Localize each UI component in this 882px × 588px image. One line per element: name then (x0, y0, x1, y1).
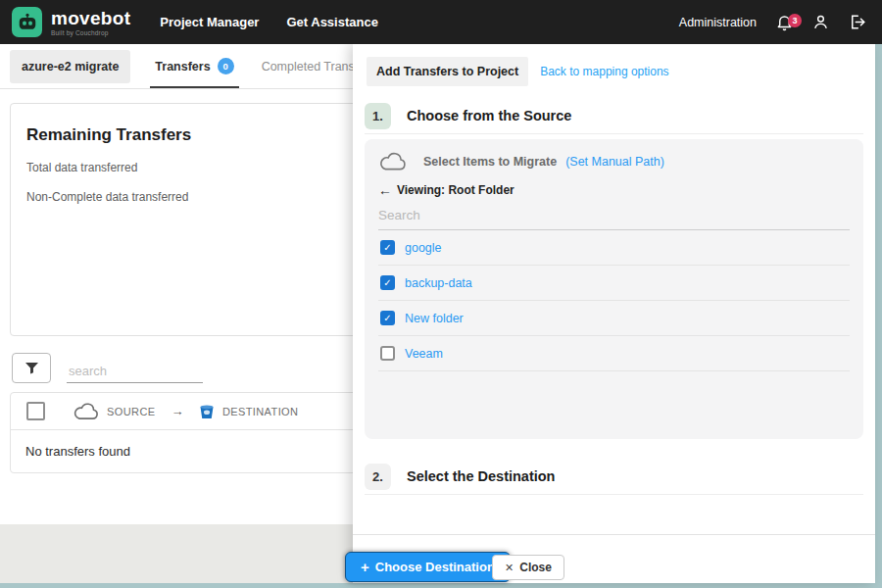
set-manual-path-link[interactable]: (Set Manual Path) (565, 155, 664, 169)
brand-name: movebot (51, 9, 130, 27)
source-picker-card: Select Items to Migrate (Set Manual Path… (365, 139, 863, 439)
back-to-mapping-options-link[interactable]: Back to mapping options (540, 65, 668, 78)
source-item-row[interactable]: ✓New folder (378, 301, 850, 336)
back-arrow-icon[interactable]: ← (378, 182, 392, 198)
funnel-icon (24, 362, 39, 374)
source-items-search-input[interactable] (378, 198, 850, 230)
cloud-icon (73, 403, 100, 420)
drawer-title: Add Transfers to Project (367, 57, 528, 86)
source-item-label[interactable]: google (405, 241, 442, 255)
nav-link-get-assistance[interactable]: Get Assistance (286, 15, 377, 29)
nav-links: Project Manager Get Assistance (160, 15, 378, 29)
add-transfers-drawer: Add Transfers to Project Back to mapping… (353, 44, 875, 583)
source-items-list: ✓google✓backup-data✓New folderVeeam (378, 230, 850, 371)
logout-icon[interactable] (848, 13, 866, 31)
notification-count-badge: 3 (788, 14, 802, 27)
tab-transfers-label: Transfers (155, 60, 210, 74)
nav-link-project-manager[interactable]: Project Manager (160, 15, 259, 29)
select-items-heading: Select Items to Migrate (423, 155, 557, 169)
drawer-header: Add Transfers to Project Back to mapping… (367, 57, 669, 86)
step2-number-badge: 2. (365, 464, 391, 490)
filter-button[interactable] (12, 353, 51, 383)
source-item-row[interactable]: ✓backup-data (378, 266, 850, 301)
drawer-footer-divider (353, 534, 875, 535)
drawer-footer: + Choose Destination ✕ Close (353, 552, 875, 583)
step1-number-badge: 1. (365, 103, 391, 129)
filter-row (12, 353, 203, 383)
select-all-checkbox[interactable] (26, 402, 45, 420)
person-icon (811, 13, 830, 31)
viewing-row: ← Viewing: Root Folder (378, 182, 850, 198)
notifications-bell-icon[interactable]: 3 (774, 13, 794, 32)
source-cloud-icon (73, 403, 100, 420)
source-item-label[interactable]: backup-data (405, 276, 472, 290)
checked-checkbox[interactable]: ✓ (380, 240, 395, 255)
top-navbar: movebot Built by Couchdrop Project Manag… (0, 0, 882, 44)
choose-destination-label: Choose Destination (375, 560, 495, 574)
source-cloud-icon (378, 152, 408, 172)
choose-destination-button[interactable]: + Choose Destination (345, 552, 511, 582)
step2-header: 2. Select the Destination (365, 459, 863, 495)
step1-header: 1. Choose from the Source (365, 98, 863, 134)
transfers-count-badge: 0 (218, 58, 234, 74)
arrow-right-icon: → (171, 404, 183, 418)
step2-title: Select the Destination (407, 468, 555, 484)
destination-column-header: DESTINATION (222, 406, 299, 417)
brand: movebot Built by Couchdrop (51, 9, 130, 36)
project-name-chip[interactable]: azure-e2 migrate (10, 50, 130, 83)
source-picker-head: Select Items to Migrate (Set Manual Path… (378, 152, 850, 172)
bucket-icon (198, 403, 216, 420)
administration-link[interactable]: Administration (679, 16, 757, 29)
unchecked-checkbox[interactable] (380, 346, 395, 361)
sign-out-icon (848, 13, 866, 31)
close-icon: ✕ (505, 562, 514, 574)
brand-tagline: Built by Couchdrop (51, 29, 130, 36)
movebot-logo-icon[interactable] (12, 7, 42, 37)
source-item-label[interactable]: Veeam (405, 347, 443, 361)
destination-bucket-icon (198, 403, 216, 420)
checked-checkbox[interactable]: ✓ (380, 275, 395, 290)
user-account-icon[interactable] (811, 13, 830, 31)
source-item-row[interactable]: ✓google (378, 230, 850, 266)
movebot-app: { "navbar": { "brand_name": "movebot", "… (0, 0, 882, 588)
robot-icon (17, 13, 38, 31)
tab-transfers[interactable]: Transfers 0 (152, 44, 236, 88)
source-item-label[interactable]: New folder (405, 312, 464, 325)
transfers-search-input[interactable] (67, 360, 203, 383)
navbar-right: Administration 3 (679, 13, 866, 32)
source-column-header: SOURCE (107, 406, 155, 417)
source-item-row[interactable]: Veeam (378, 336, 850, 371)
step1-title: Choose from the Source (407, 108, 571, 123)
plus-icon: + (361, 559, 369, 575)
checked-checkbox[interactable]: ✓ (380, 311, 395, 325)
viewing-path-label: Viewing: Root Folder (397, 183, 514, 197)
close-drawer-button[interactable]: ✕ Close (492, 555, 564, 580)
close-label: Close (519, 561, 552, 574)
